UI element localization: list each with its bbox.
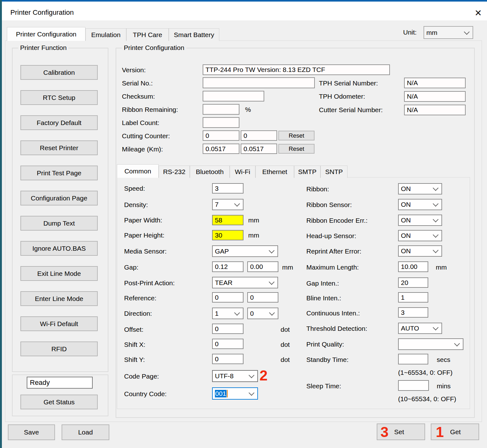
code-page-label: Code Page: <box>124 373 159 380</box>
media-sensor-select[interactable]: GAP <box>212 245 278 257</box>
gap-input-1[interactable]: 0.12 <box>212 261 244 272</box>
cutter-serial-field: N/A <box>404 105 466 115</box>
shift-y-input[interactable]: 0 <box>212 354 244 364</box>
paper-width-unit: mm <box>248 216 259 224</box>
serial-no-field[interactable] <box>203 77 315 88</box>
tab-sntp[interactable]: SNTP <box>320 166 347 178</box>
gap-inten-input[interactable]: 20 <box>398 277 428 288</box>
rfid-button[interactable]: RFID <box>20 341 98 356</box>
shift-x-label: Shift X: <box>124 341 145 348</box>
serial-no-label: Serial No.: <box>122 79 153 87</box>
print-test-page-button[interactable]: Print Test Page <box>20 166 98 180</box>
configuration-page-button[interactable]: Configuration Page <box>20 191 98 205</box>
unit-label: Unit: <box>403 29 417 36</box>
threshold-detection-select[interactable]: AUTO <box>398 323 442 334</box>
offset-input[interactable]: 0 <box>212 324 244 334</box>
enter-line-mode-button[interactable]: Enter Line Mode <box>20 291 98 306</box>
version-label: Version: <box>122 66 146 74</box>
standby-time-input[interactable] <box>398 354 428 364</box>
head-up-sensor-select[interactable]: ON <box>398 230 442 241</box>
post-print-action-label: Post-Print Action: <box>124 279 175 287</box>
ribbon-encoder-select[interactable]: ON <box>398 215 442 226</box>
exit-line-mode-button[interactable]: Exit Line Mode <box>20 266 98 281</box>
set-button[interactable]: 3 Set <box>377 423 425 440</box>
sleep-time-input[interactable] <box>398 380 429 391</box>
tab-printer-configuration[interactable]: Printer Configuration <box>7 27 85 41</box>
code-page-select[interactable]: UTF-8 <box>212 370 258 382</box>
ribbon-sensor-label: Ribbon Sensor: <box>306 201 352 209</box>
chevron-down-icon <box>454 341 460 346</box>
ribbon-remaining-field[interactable] <box>203 104 239 115</box>
factory-default-button[interactable]: Factory Default <box>20 115 98 130</box>
tab-smart-battery[interactable]: Smart Battery <box>169 28 219 41</box>
continuous-inten-label: Continuous Inten.: <box>306 309 360 317</box>
density-select[interactable]: 7 <box>212 199 244 210</box>
paper-height-input[interactable]: 30 <box>212 230 244 240</box>
paper-width-label: Paper Width: <box>124 216 162 224</box>
ribbon-select[interactable]: ON <box>398 183 442 194</box>
get-status-button[interactable]: Get Status <box>20 395 98 409</box>
reprint-after-error-select[interactable]: ON <box>398 245 442 257</box>
checksum-field[interactable] <box>203 91 264 101</box>
tab-rs232[interactable]: RS-232 <box>159 166 190 178</box>
calibration-button[interactable]: Calibration <box>20 65 98 80</box>
reset-printer-button[interactable]: Reset Printer <box>20 140 98 155</box>
get-button[interactable]: 1 Get <box>431 423 479 440</box>
save-button[interactable]: Save <box>8 424 55 440</box>
dump-text-button[interactable]: Dump Text <box>20 216 98 231</box>
print-quality-select[interactable] <box>398 338 463 350</box>
mileage-reset-button[interactable]: Reset <box>278 144 315 154</box>
tph-odometer-label: TPH Odometer: <box>319 93 365 100</box>
reference-input-2[interactable]: 0 <box>247 292 278 303</box>
maximum-length-input[interactable]: 10.00 <box>398 261 428 272</box>
close-icon[interactable]: ✕ <box>472 7 484 19</box>
ribbon-encoder-value: ON <box>401 216 411 224</box>
ribbon-label: Ribbon: <box>306 185 329 193</box>
head-up-sensor-value: ON <box>401 232 411 239</box>
tab-smtp[interactable]: SMTP <box>294 166 320 178</box>
media-sensor-label: Media Sensor: <box>124 248 167 255</box>
tph-serial-label: TPH Serial Number: <box>319 79 378 87</box>
rtc-setup-button[interactable]: RTC Setup <box>20 90 98 105</box>
threshold-detection-label: Threshold Detection: <box>306 325 367 332</box>
load-button[interactable]: Load <box>62 424 109 440</box>
tph-serial-field: N/A <box>404 78 466 88</box>
paper-width-input[interactable]: 58 <box>212 215 244 225</box>
reference-label: Reference: <box>124 294 156 302</box>
gap-label: Gap: <box>124 264 139 271</box>
chevron-down-icon <box>249 372 254 378</box>
tab-emulation[interactable]: Emulation <box>85 28 126 41</box>
cutting-counter-label: Cutting Counter: <box>122 132 170 140</box>
tab-ethernet[interactable]: Ethernet <box>255 166 294 178</box>
country-code-select[interactable]: 001 <box>212 387 258 400</box>
shift-x-input[interactable]: 0 <box>212 339 244 349</box>
speed-input[interactable]: 3 <box>212 183 244 194</box>
continuous-inten-input[interactable]: 3 <box>398 307 428 318</box>
unit-select[interactable]: mm <box>424 26 473 39</box>
sleep-range-note: (10~65534, 0: OFF) <box>398 395 456 403</box>
tab-common[interactable]: Common <box>117 164 159 178</box>
ribbon-sensor-select[interactable]: ON <box>398 199 442 210</box>
chevron-down-icon <box>433 325 438 330</box>
printer-function-title: Printer Function <box>18 44 68 52</box>
cutting-counter-reset-button[interactable]: Reset <box>278 131 315 140</box>
ribbon-encoder-label: Ribbon Encoder Err.: <box>306 217 368 224</box>
tab-tph-care[interactable]: TPH Care <box>126 28 169 41</box>
bline-inten-input[interactable]: 1 <box>398 292 428 303</box>
chevron-down-icon <box>433 216 438 222</box>
direction-select-1[interactable]: 1 <box>212 308 244 319</box>
mileage-label: Mileage (Km): <box>122 145 163 153</box>
reprint-after-error-label: Reprint After Error: <box>306 248 361 255</box>
tab-wifi[interactable]: Wi-Fi <box>230 166 255 178</box>
ribbon-remaining-label: Ribbon Remaining: <box>122 106 178 113</box>
post-print-action-select[interactable]: TEAR <box>212 277 278 288</box>
ignore-autobas-button[interactable]: Ignore AUTO.BAS <box>20 241 98 256</box>
wifi-default-button[interactable]: Wi-Fi Default <box>20 316 98 331</box>
gap-input-2[interactable]: 0.00 <box>247 261 278 272</box>
tab-bluetooth[interactable]: Bluetooth <box>190 166 230 178</box>
direction-select-2[interactable]: 0 <box>247 308 278 319</box>
window-titlebar: Printer Configuration ✕ <box>2 2 487 20</box>
post-print-action-value: TEAR <box>215 279 233 287</box>
reference-input-1[interactable]: 0 <box>212 292 244 303</box>
head-up-sensor-label: Head-up Sensor: <box>306 232 356 240</box>
